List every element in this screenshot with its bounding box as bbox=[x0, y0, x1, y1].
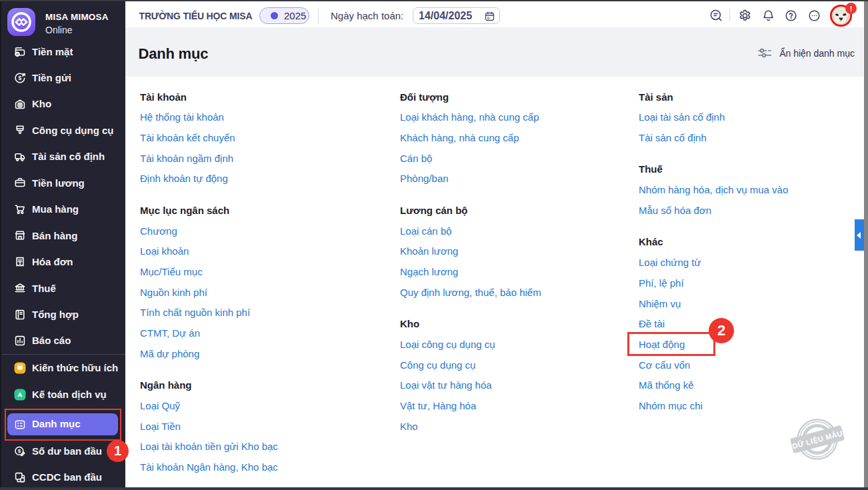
svg-text:$: $ bbox=[19, 261, 21, 265]
svg-text:$: $ bbox=[18, 448, 21, 454]
svg-text:$: $ bbox=[17, 52, 19, 56]
svg-text:$: $ bbox=[18, 75, 21, 81]
